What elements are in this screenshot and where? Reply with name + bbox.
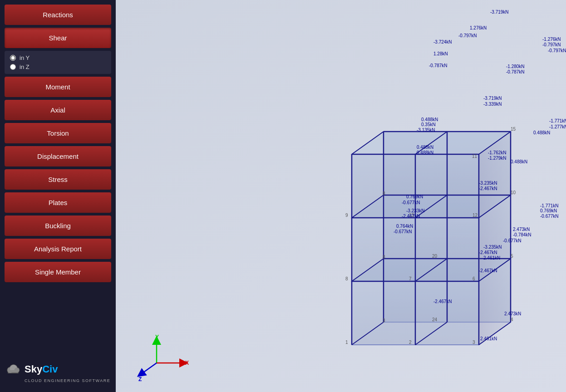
member-label-3: 3 xyxy=(383,318,385,323)
force-low-2: -2.467kN xyxy=(479,268,497,273)
x-axis-label: X xyxy=(185,360,189,366)
node-label-4: 4 xyxy=(511,317,513,322)
force-lm2-2: -0.677kN xyxy=(402,200,420,205)
force-label-lcol-1: 0.488kN xyxy=(421,117,438,122)
logo-area: SkyCiv CLOUD ENGINEERING SOFTWARE xyxy=(5,361,111,387)
force-s1l-1: 0.764kN xyxy=(396,224,413,229)
node-label-3: 3 xyxy=(472,340,475,345)
node-label-24: 24 xyxy=(432,317,438,322)
reactions-button[interactable]: Reactions xyxy=(5,5,111,25)
force-label-left-1: 1.28kN xyxy=(433,51,448,56)
force-label-right-1b: -0.787kN xyxy=(506,69,525,74)
logo-text: SkyCiv xyxy=(25,363,58,375)
single-member-button[interactable]: Single Member xyxy=(5,262,111,282)
sidebar: Reactions Shear in Y in Z Moment Axial T… xyxy=(0,0,116,392)
node-label-9: 9 xyxy=(345,213,348,218)
force-label-right-1: -1.280kN xyxy=(506,64,525,69)
logo-container: SkyCiv xyxy=(5,361,58,377)
force-s2-3: -1.762kN xyxy=(488,150,507,155)
force-s2-2: 0.488kN xyxy=(417,150,433,155)
main-canvas: 1 2 3 8 7 6 9 13 12 4 5 10 24 20 15 11 3… xyxy=(116,0,566,392)
moment-button[interactable]: Moment xyxy=(5,77,111,97)
node-label-15: 15 xyxy=(511,127,516,132)
node-label-1: 1 xyxy=(345,340,348,345)
force-label-lcol-3: -3.135kN xyxy=(417,127,435,132)
force-rm2-1: -1.771kN xyxy=(540,203,559,208)
force-label-rcol-1: -1.771kN xyxy=(549,118,566,123)
force-s2-4: -1.279kN xyxy=(488,156,507,161)
force-label-lcol-2: 0.35kN xyxy=(421,122,436,127)
node-label-7: 7 xyxy=(409,276,412,281)
force-bot-2: 2.473kN xyxy=(504,311,521,316)
force-rm2-3: -0.677kN xyxy=(540,214,559,219)
force-s2-5: 0.488kN xyxy=(511,159,527,164)
force-label-top-5: -1.276kN xyxy=(542,37,561,42)
member-label-back: 8 xyxy=(383,191,385,196)
force-s2-1: 0.488kN xyxy=(417,145,433,150)
node-label-20: 20 xyxy=(432,254,438,259)
force-label-left-2: -0.787kN xyxy=(429,63,448,68)
force-lm2-1: 0.769kN xyxy=(406,194,423,199)
force-low-1: 2.461kN xyxy=(483,255,500,260)
member-label-8b: 8 xyxy=(383,255,385,260)
shear-button[interactable]: Shear xyxy=(5,28,111,48)
force-label-top-5b: -0.797kN xyxy=(542,42,561,47)
force-s2l-2: -2.467kN xyxy=(402,214,420,219)
force-label-mid-1: -3.719kN xyxy=(483,96,502,101)
force-bot-1: -2.467kN xyxy=(433,299,452,304)
force-bot-3: 2.461kN xyxy=(480,336,497,341)
force-label-top-3: -0.797kN xyxy=(458,33,477,38)
force-s1l-2: -0.677kN xyxy=(394,229,412,234)
force-label-rcol-3: 0.488kN xyxy=(533,130,550,135)
force-s1u-3: -0.677kN xyxy=(503,238,522,243)
svg-rect-7 xyxy=(8,370,18,372)
z-axis-label: Z xyxy=(138,376,142,382)
torsion-button[interactable]: Torsion xyxy=(5,123,111,143)
stress-button[interactable]: Stress xyxy=(5,169,111,190)
force-s2m-2: -2.467kN xyxy=(479,186,497,191)
force-s1m-1: -3.235kN xyxy=(483,245,502,250)
plates-button[interactable]: Plates xyxy=(5,192,111,213)
radio-in-y[interactable]: in Y xyxy=(10,54,106,61)
force-s2l-1: -3.233kN xyxy=(406,208,425,213)
node-label-12: 12 xyxy=(472,213,478,218)
force-label-mid-2: -3.339kN xyxy=(483,102,502,107)
force-s1u-2: -0.784kN xyxy=(513,232,532,237)
node-label-10: 10 xyxy=(511,190,516,195)
force-label-top-1: -3.719kN xyxy=(490,10,509,15)
structure-diagram: 1 2 3 8 7 6 9 13 12 4 5 10 24 20 15 11 3… xyxy=(116,0,566,392)
force-s1m-2: -2.467kN xyxy=(479,250,497,255)
axial-button[interactable]: Axial xyxy=(5,100,111,120)
node-label-6: 6 xyxy=(472,276,475,281)
displacement-button[interactable]: Displacement xyxy=(5,146,111,167)
analysis-report-button[interactable]: Analysis Report xyxy=(5,239,111,259)
node-label-2: 2 xyxy=(409,340,412,345)
logo-subtitle: CLOUD ENGINEERING SOFTWARE xyxy=(25,378,110,383)
force-label-top-6: -0.797kN xyxy=(548,48,566,53)
node-label-8: 8 xyxy=(345,276,348,281)
radio-in-z-label: in Z xyxy=(20,64,30,70)
force-label-rcol-2: -1.277kN xyxy=(549,124,566,129)
radio-in-z[interactable]: in Z xyxy=(10,64,106,70)
y-axis-label: Y xyxy=(155,334,159,340)
buckling-button[interactable]: Buckling xyxy=(5,216,111,236)
radio-in-y-label: in Y xyxy=(20,54,30,61)
shear-direction-group: in Y in Z xyxy=(5,51,111,74)
force-s2m-1: -3.235kN xyxy=(479,181,497,186)
force-label-top-4: -3.724kN xyxy=(433,39,452,44)
force-label-top-2: 1.276kN xyxy=(470,25,487,30)
skyciv-logo-icon xyxy=(5,361,21,377)
force-rm2-2: 0.769kN xyxy=(540,208,557,213)
node-label-5: 5 xyxy=(511,254,513,259)
node-label-11: 11 xyxy=(472,154,477,159)
force-s1u-1: 2.473kN xyxy=(513,227,530,232)
